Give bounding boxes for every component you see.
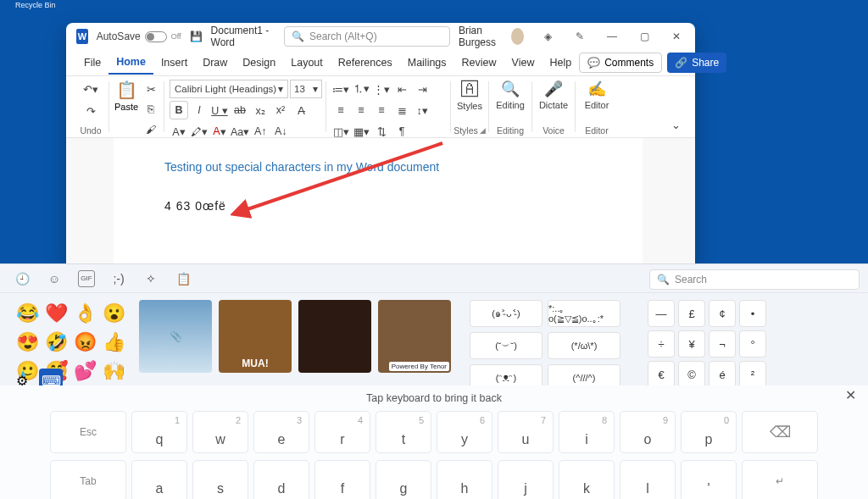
toggle-icon[interactable]	[145, 31, 167, 42]
close-button[interactable]: ✕	[661, 25, 692, 48]
tab-references[interactable]: References	[331, 51, 400, 75]
comments-button[interactable]: 💬Comments	[579, 53, 662, 73]
emoji-item[interactable]: 😍	[14, 329, 41, 356]
tab-symbols-icon[interactable]: ✧	[142, 270, 159, 287]
tab-kaomoji-icon[interactable]: ;-)	[110, 270, 127, 287]
redo-button[interactable]: ↷	[81, 102, 100, 120]
autosave-toggle[interactable]: AutoSave Off	[97, 30, 181, 42]
minimize-button[interactable]: —	[597, 25, 627, 48]
emoji-item[interactable]: 🙌	[100, 358, 127, 385]
symbol-item[interactable]: •	[739, 300, 766, 327]
symbol-item[interactable]: ©	[678, 361, 705, 388]
key-w[interactable]: 2w	[192, 411, 248, 453]
key-h[interactable]: h	[437, 460, 492, 499]
font-size-select[interactable]: 13▾	[290, 80, 322, 98]
key-j[interactable]: j	[498, 460, 554, 499]
search-box[interactable]: 🔍 Search (Alt+Q)	[284, 26, 450, 47]
kaomoji-item[interactable]: (*/ω\*)	[548, 332, 620, 359]
align-center-button[interactable]: ≡	[352, 101, 370, 119]
symbol-item[interactable]: ¢	[709, 300, 736, 327]
key-g[interactable]: g	[376, 460, 431, 499]
symbol-item[interactable]: ²	[739, 361, 766, 388]
key-backspace[interactable]: ⌫	[742, 411, 818, 453]
tab-gif-icon[interactable]: GIF	[78, 270, 95, 287]
gif-item[interactable]: So Excited– GIF Powered By Tenor	[378, 300, 451, 373]
tab-design[interactable]: Design	[235, 51, 283, 75]
key-q[interactable]: 1q	[131, 411, 187, 453]
symbol-item[interactable]: —	[648, 300, 675, 327]
pen-icon[interactable]: ✎	[565, 25, 595, 48]
clear-format-button[interactable]: A̶	[292, 101, 310, 119]
font-name-select[interactable]: Calibri Light (Headings)▾	[170, 80, 288, 98]
panel-search[interactable]: 🔍 Search	[649, 269, 860, 290]
key-r[interactable]: 4r	[314, 411, 370, 453]
key-f[interactable]: f	[314, 460, 370, 499]
osk-close-button[interactable]: ✕	[845, 387, 856, 403]
key-t[interactable]: 5t	[376, 411, 431, 453]
strike-button[interactable]: ab	[231, 101, 249, 119]
kaomoji-item[interactable]: (๑˃̵ᴗ˂̵)	[470, 300, 542, 327]
justify-button[interactable]: ≣	[392, 101, 411, 119]
key-tab[interactable]: Tab	[50, 460, 126, 499]
key-s[interactable]: s	[192, 460, 248, 499]
key-u[interactable]: 7u	[498, 411, 554, 453]
maximize-button[interactable]: ▢	[629, 25, 659, 48]
key-apostrophe[interactable]: '	[681, 460, 737, 499]
key-l[interactable]: l	[620, 460, 676, 499]
gif-item[interactable]: 📎	[139, 300, 212, 373]
align-right-button[interactable]: ≡	[372, 101, 391, 119]
editor-button[interactable]: ✍Editor	[581, 80, 613, 110]
emoji-item[interactable]: 😡	[71, 329, 98, 356]
key-p[interactable]: 0p	[681, 411, 737, 453]
bold-button[interactable]: B	[170, 101, 188, 119]
symbol-item[interactable]: é	[709, 361, 736, 388]
tab-emoji-icon[interactable]: ☺	[46, 270, 63, 287]
symbol-item[interactable]: °	[739, 330, 766, 358]
tab-review[interactable]: Review	[454, 51, 504, 75]
kaomoji-item[interactable]: (˘︶˘)	[470, 332, 542, 359]
symbol-item[interactable]: £	[678, 300, 705, 327]
key-d[interactable]: d	[253, 460, 309, 499]
undo-button[interactable]: ↶▾	[81, 80, 100, 98]
diamond-icon[interactable]: ◈	[532, 25, 563, 48]
paste-button[interactable]: 📋 Paste	[114, 80, 138, 112]
decrease-indent-button[interactable]: ⇤	[392, 80, 411, 98]
save-icon[interactable]: 💾	[190, 29, 203, 44]
copy-button[interactable]: ⎘	[142, 100, 160, 119]
key-k[interactable]: k	[559, 460, 615, 499]
share-button[interactable]: 🔗Share	[667, 53, 726, 73]
key-esc[interactable]: Esc	[50, 411, 126, 453]
tab-view[interactable]: View	[504, 51, 542, 75]
bullets-button[interactable]: ≔▾	[331, 80, 350, 98]
dialog-launcher-icon[interactable]: ◢	[480, 126, 486, 135]
dictate-button[interactable]: 🎤Dictate	[537, 80, 570, 110]
multilevel-button[interactable]: ⋮▾	[372, 80, 391, 98]
symbol-item[interactable]: €	[648, 361, 675, 388]
tab-draw[interactable]: Draw	[195, 51, 235, 75]
styles-button[interactable]: 🄰Styles	[456, 80, 483, 111]
emoji-item[interactable]: ❤️	[42, 300, 70, 327]
increase-indent-button[interactable]: ⇥	[413, 80, 431, 98]
italic-button[interactable]: I	[190, 101, 209, 119]
touch-keyboard[interactable]: Tap keyboard to bring it back ✕ Esc 1q 2…	[0, 385, 868, 499]
tab-mailings[interactable]: Mailings	[400, 51, 454, 75]
emoji-item[interactable]: 👍	[100, 329, 127, 356]
symbol-item[interactable]: ÷	[648, 330, 675, 358]
key-o[interactable]: 9o	[620, 411, 676, 453]
key-a[interactable]: a	[131, 460, 187, 499]
key-y[interactable]: 6y	[437, 411, 492, 453]
superscript-button[interactable]: x²	[271, 101, 290, 119]
document-area[interactable]: Testing out special characters in my Wor…	[66, 138, 695, 269]
key-enter[interactable]: ↵	[742, 460, 818, 499]
page[interactable]: Testing out special characters in my Wor…	[114, 138, 643, 269]
tab-file[interactable]: File	[76, 51, 108, 75]
line-spacing-button[interactable]: ↕▾	[413, 101, 431, 119]
tab-insert[interactable]: Insert	[153, 51, 195, 75]
symbol-item[interactable]: ¬	[709, 330, 736, 358]
gif-item[interactable]: MUA!	[219, 300, 292, 373]
tab-layout[interactable]: Layout	[283, 51, 331, 75]
kaomoji-item[interactable]: *:..｡o(≧▽≦)o..｡:*	[548, 300, 620, 327]
emoji-item[interactable]: 💕	[71, 358, 98, 385]
emoji-item[interactable]: 🤣	[42, 329, 70, 356]
tab-clipboard-icon[interactable]: 📋	[175, 270, 192, 287]
